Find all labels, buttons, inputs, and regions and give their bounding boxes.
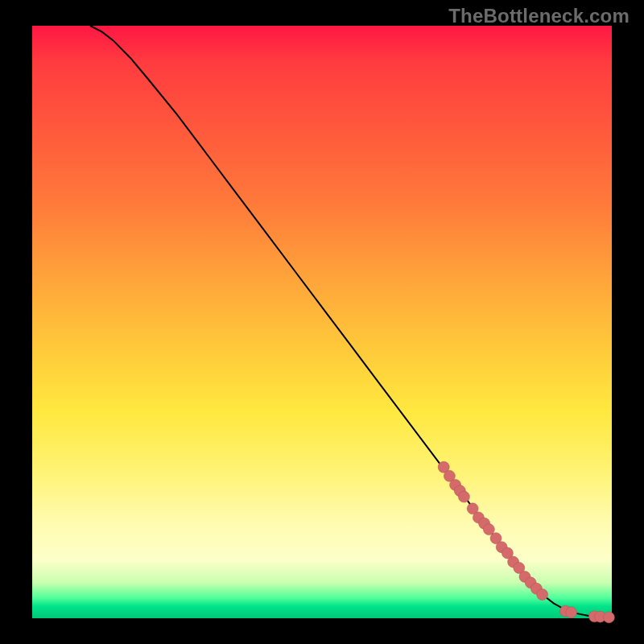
highlight-dot xyxy=(458,491,469,502)
highlight-dot xyxy=(603,612,614,623)
highlight-dot xyxy=(566,607,577,618)
chart-frame: TheBottleneck.com xyxy=(0,0,644,644)
chart-svg xyxy=(32,26,612,618)
plot-area xyxy=(32,26,612,618)
highlight-dot xyxy=(537,589,548,601)
watermark-text: TheBottleneck.com xyxy=(448,5,630,27)
bottleneck-curve xyxy=(90,26,612,617)
highlight-dots xyxy=(438,461,614,623)
